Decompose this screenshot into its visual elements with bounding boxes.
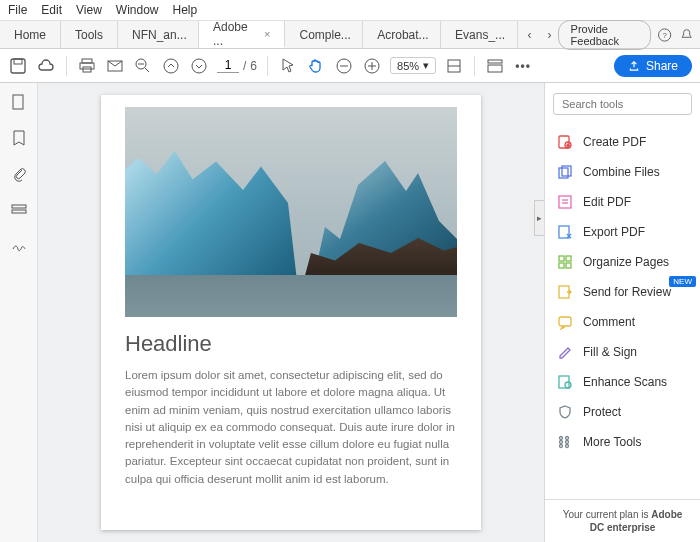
zoom-dropdown[interactable]: 85%▾ [390, 57, 436, 74]
pointer-icon[interactable] [278, 56, 298, 76]
svg-text:+: + [567, 142, 570, 148]
tool-label: Create PDF [583, 135, 646, 149]
document-tab-2[interactable]: Comple... [285, 21, 363, 48]
menu-window[interactable]: Window [116, 3, 159, 17]
close-tab-icon[interactable]: × [264, 28, 270, 40]
attachment-icon[interactable] [10, 165, 28, 183]
document-headline: Headline [125, 331, 457, 357]
save-icon[interactable] [8, 56, 28, 76]
collapse-right-pane[interactable]: ▸ [534, 200, 544, 236]
svg-text:?: ? [663, 31, 667, 40]
page-up-icon[interactable] [161, 56, 181, 76]
tool-fill-sign[interactable]: Fill & Sign [545, 337, 700, 367]
print-icon[interactable] [77, 56, 97, 76]
tool-icon: + [557, 134, 573, 150]
menu-view[interactable]: View [76, 3, 102, 17]
share-button[interactable]: Share [614, 55, 692, 77]
tool-label: Organize Pages [583, 255, 669, 269]
svg-rect-39 [559, 317, 571, 326]
tool-label: Edit PDF [583, 195, 631, 209]
tab-tools[interactable]: Tools [61, 21, 118, 48]
tab-scroll-left[interactable]: ‹ [522, 27, 538, 43]
svg-point-46 [566, 441, 569, 444]
tool-export-pdf[interactable]: Export PDF [545, 217, 700, 247]
svg-rect-35 [566, 256, 571, 261]
svg-rect-22 [13, 95, 23, 109]
tool-icon [557, 374, 573, 390]
svg-rect-37 [566, 263, 571, 268]
document-tab-4[interactable]: Evans_... [441, 21, 518, 48]
layout-icon[interactable] [485, 56, 505, 76]
tab-home[interactable]: Home [0, 21, 61, 48]
document-tab-1[interactable]: Adobe ...× [199, 21, 285, 48]
search-tools-input[interactable] [553, 93, 692, 115]
left-rail [0, 83, 38, 542]
svg-rect-3 [14, 59, 22, 64]
plan-info: Your current plan is Adobe DC enterprise [545, 499, 700, 542]
tab-bar: Home Tools NFN_an...Adobe ...×Comple...A… [0, 21, 700, 49]
page-sep: / [243, 59, 246, 73]
svg-point-44 [560, 445, 563, 448]
svg-rect-4 [82, 59, 92, 63]
chevron-down-icon: ▾ [423, 59, 429, 72]
provide-feedback-button[interactable]: Provide Feedback [558, 20, 652, 50]
svg-rect-20 [488, 60, 502, 63]
tool-enhance-scans[interactable]: Enhance Scans [545, 367, 700, 397]
page-total: 6 [250, 59, 257, 73]
document-tab-3[interactable]: Acrobat... [363, 21, 441, 48]
tool-create-pdf[interactable]: +Create PDF [545, 127, 700, 157]
tool-comment[interactable]: Comment [545, 307, 700, 337]
tab-scroll-right[interactable]: › [542, 27, 558, 43]
thumbnails-icon[interactable] [10, 93, 28, 111]
menu-help[interactable]: Help [173, 3, 198, 17]
menu-file[interactable]: File [8, 3, 27, 17]
document-tab-0[interactable]: NFN_an... [118, 21, 199, 48]
signatures-icon[interactable] [10, 237, 28, 255]
tool-organize-pages[interactable]: Organize Pages [545, 247, 700, 277]
menu-edit[interactable]: Edit [41, 3, 62, 17]
mail-icon[interactable] [105, 56, 125, 76]
page-indicator: / 6 [217, 58, 257, 73]
svg-rect-30 [559, 196, 571, 208]
zoom-out-icon[interactable] [133, 56, 153, 76]
tool-label: Send for Review [583, 285, 671, 299]
more-icon[interactable]: ••• [513, 56, 533, 76]
bookmark-icon[interactable] [10, 129, 28, 147]
zoom-plus-icon[interactable] [362, 56, 382, 76]
tool-label: More Tools [583, 435, 641, 449]
tool-icon [557, 314, 573, 330]
tool-more-tools[interactable]: More Tools [545, 427, 700, 457]
page-down-icon[interactable] [189, 56, 209, 76]
svg-rect-34 [559, 256, 564, 261]
zoom-minus-icon[interactable] [334, 56, 354, 76]
fit-width-icon[interactable] [444, 56, 464, 76]
tool-icon [557, 344, 573, 360]
svg-rect-33 [559, 226, 569, 238]
cloud-icon[interactable] [36, 56, 56, 76]
layers-icon[interactable] [10, 201, 28, 219]
tool-protect[interactable]: Protect [545, 397, 700, 427]
tool-label: Comment [583, 315, 635, 329]
tool-label: Export PDF [583, 225, 645, 239]
document-canvas[interactable]: Headline Lorem ipsum dolor sit amet, con… [38, 83, 544, 542]
help-icon[interactable]: ? [657, 25, 672, 45]
page-current-input[interactable] [217, 58, 239, 73]
document-body: Lorem ipsum dolor sit amet, consectetur … [125, 367, 457, 488]
tool-edit-pdf[interactable]: Edit PDF [545, 187, 700, 217]
tool-combine-files[interactable]: Combine Files [545, 157, 700, 187]
tool-icon [557, 254, 573, 270]
bell-icon[interactable] [679, 25, 694, 45]
tool-label: Combine Files [583, 165, 660, 179]
svg-point-11 [164, 59, 178, 73]
hand-icon[interactable] [306, 56, 326, 76]
pdf-page: Headline Lorem ipsum dolor sit amet, con… [101, 95, 481, 530]
tool-send-for-review[interactable]: Send for ReviewNEW [545, 277, 700, 307]
svg-rect-21 [488, 65, 502, 72]
tool-icon [557, 404, 573, 420]
svg-point-45 [566, 437, 569, 440]
svg-point-12 [192, 59, 206, 73]
svg-rect-24 [12, 210, 26, 213]
svg-point-43 [560, 441, 563, 444]
tool-label: Protect [583, 405, 621, 419]
svg-rect-5 [80, 63, 94, 69]
